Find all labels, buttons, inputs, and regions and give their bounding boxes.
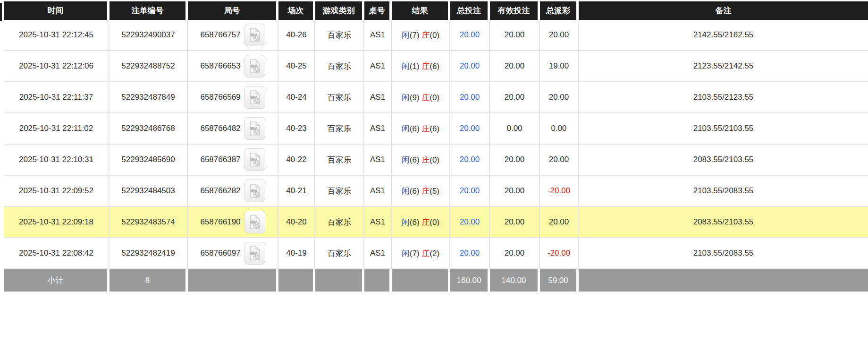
- cell-round-no: 658766653: [188, 51, 278, 82]
- cell-session: 40-23: [278, 113, 315, 145]
- table-row[interactable]: 2025-10-31 22:11:37 522932487849 6587665…: [4, 82, 868, 113]
- video-file-icon: [249, 184, 261, 198]
- cell-game-type: 百家乐: [315, 20, 364, 51]
- table-row[interactable]: 2025-10-31 22:10:31 522932485690 6587663…: [4, 145, 868, 176]
- result-banker-label: 庄: [421, 31, 430, 40]
- cell-table-no: AS1: [364, 238, 392, 269]
- cell-result: 闲(1) 庄(6): [392, 51, 450, 82]
- subtotal-total-bet: 160.00: [450, 269, 490, 292]
- cell-time: 2025-10-31 22:09:52: [4, 176, 110, 207]
- cell-result: 闲(6) 庄(5): [392, 176, 450, 207]
- cell-total-payout: 20.00: [540, 20, 579, 51]
- col-header-total-bet: 总投注: [450, 1, 490, 20]
- cell-game-type: 百家乐: [315, 145, 364, 176]
- cell-remark: 2083.55/2103.55: [579, 145, 868, 176]
- cell-valid-bet: 20.00: [490, 207, 540, 238]
- cell-game-type: 百家乐: [315, 238, 364, 269]
- cell-result: 闲(6) 庄(6): [392, 113, 450, 145]
- cell-total-bet: 20.00: [450, 176, 490, 207]
- table-row[interactable]: 2025-10-31 22:09:18 522932483574 6587661…: [4, 207, 868, 238]
- video-file-icon: [249, 246, 261, 260]
- cell-remark: 2142.55/2162.55: [579, 20, 868, 51]
- cell-bet-id: 522932486768: [110, 113, 188, 145]
- table-footer: 小计 8 160.00 140.00 59.00: [4, 269, 868, 292]
- left-edge-sliver: [0, 3, 2, 21]
- result-player-label: 闲: [402, 62, 410, 71]
- cell-round-no: 658766097: [188, 238, 278, 269]
- cell-remark: 2103.55/2083.55: [579, 176, 868, 207]
- cell-total-bet: 20.00: [450, 207, 490, 238]
- round-number: 658766190: [200, 217, 240, 227]
- total-bet-link[interactable]: 20.00: [460, 124, 480, 133]
- result-player-value: (6): [410, 155, 420, 164]
- video-replay-button[interactable]: [244, 24, 265, 46]
- cell-bet-id: 522932485690: [110, 145, 188, 176]
- table-row[interactable]: 2025-10-31 22:12:45 522932490037 6587667…: [4, 20, 868, 51]
- cell-total-bet: 20.00: [450, 145, 490, 176]
- video-file-icon: [249, 28, 261, 42]
- result-player-label: 闲: [402, 249, 410, 258]
- col-header-remark: 备注: [579, 1, 868, 20]
- cell-table-no: AS1: [364, 145, 392, 176]
- round-number: 658766097: [200, 249, 240, 258]
- result-player-label: 闲: [402, 187, 410, 196]
- result-player-label: 闲: [402, 218, 410, 227]
- table-body: 2025-10-31 22:12:45 522932490037 6587667…: [4, 20, 868, 269]
- total-bet-link[interactable]: 20.00: [460, 217, 480, 226]
- table-row[interactable]: 2025-10-31 22:08:42 522932482419 6587660…: [4, 238, 868, 269]
- video-replay-button[interactable]: [244, 55, 265, 77]
- col-header-valid-bet: 有效投注: [490, 1, 540, 20]
- table-row[interactable]: 2025-10-31 22:12:06 522932488752 6587666…: [4, 51, 868, 82]
- bet-history-page: 时间 注单编号 局号 场次 游戏类别 桌号 结果 总投注 有效投注 总派彩 备注…: [0, 1, 868, 352]
- video-replay-button[interactable]: [244, 180, 265, 202]
- video-replay-button[interactable]: [244, 117, 265, 140]
- result-banker-label: 庄: [421, 93, 430, 102]
- result-player-label: 闲: [402, 155, 410, 164]
- video-file-icon: [249, 121, 261, 136]
- cell-time: 2025-10-31 22:09:18: [4, 207, 110, 238]
- subtotal-count: 8: [110, 269, 188, 292]
- result-banker-value: (2): [430, 249, 439, 258]
- result-banker-label: 庄: [421, 249, 430, 258]
- result-player-value: (6): [410, 218, 420, 227]
- round-number: 658766282: [200, 186, 240, 196]
- total-bet-link[interactable]: 20.00: [460, 186, 480, 195]
- table-header: 时间 注单编号 局号 场次 游戏类别 桌号 结果 总投注 有效投注 总派彩 备注: [4, 1, 868, 20]
- total-bet-link[interactable]: 20.00: [460, 61, 480, 70]
- cell-result: 闲(7) 庄(2): [392, 238, 450, 269]
- cell-total-payout: 20.00: [540, 82, 579, 113]
- cell-remark: 2103.55/2083.55: [579, 238, 868, 269]
- cell-total-bet: 20.00: [450, 20, 490, 51]
- cell-total-bet: 20.00: [450, 82, 490, 113]
- video-replay-button[interactable]: [244, 211, 265, 233]
- round-number: 658766482: [200, 124, 240, 133]
- col-header-bet-id: 注单编号: [110, 1, 188, 20]
- col-header-table-no: 桌号: [364, 1, 392, 20]
- cell-total-payout: 19.00: [540, 51, 579, 82]
- result-banker-value: (0): [430, 218, 439, 227]
- video-replay-button[interactable]: [244, 242, 265, 265]
- result-banker-label: 庄: [421, 218, 430, 227]
- total-bet-link[interactable]: 20.00: [460, 155, 480, 164]
- cell-table-no: AS1: [364, 82, 392, 113]
- result-banker-label: 庄: [421, 187, 430, 196]
- video-replay-button[interactable]: [244, 86, 265, 109]
- video-file-icon: [249, 90, 261, 104]
- cell-valid-bet: 20.00: [490, 82, 540, 113]
- bet-history-table: 时间 注单编号 局号 场次 游戏类别 桌号 结果 总投注 有效投注 总派彩 备注…: [4, 1, 868, 292]
- total-bet-link[interactable]: 20.00: [460, 93, 480, 102]
- cell-total-payout: -20.00: [540, 238, 579, 269]
- result-banker-value: (6): [430, 124, 439, 133]
- result-player-value: (6): [410, 124, 420, 133]
- video-replay-button[interactable]: [244, 148, 265, 171]
- round-number: 658766387: [200, 155, 240, 164]
- table-row[interactable]: 2025-10-31 22:11:02 522932486768 6587664…: [4, 113, 868, 145]
- total-bet-link[interactable]: 20.00: [460, 30, 480, 39]
- col-header-session: 场次: [278, 1, 315, 20]
- table-row[interactable]: 2025-10-31 22:09:52 522932484503 6587662…: [4, 176, 868, 207]
- cell-total-payout: 20.00: [540, 145, 579, 176]
- total-bet-link[interactable]: 20.00: [460, 249, 480, 258]
- cell-result: 闲(6) 庄(0): [392, 145, 450, 176]
- result-banker-value: (6): [430, 62, 439, 71]
- round-number: 658766757: [200, 30, 240, 40]
